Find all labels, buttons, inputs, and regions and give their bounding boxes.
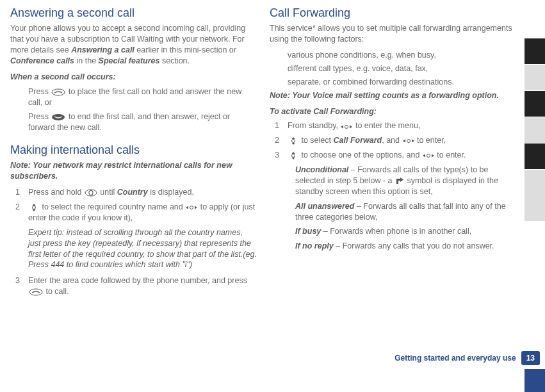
- page-number: 13: [521, 351, 540, 365]
- heading-answering-second-call: Answering a second call: [10, 5, 257, 20]
- page-footer: Getting started and everyday use 13: [395, 351, 540, 365]
- nav-horizontal-icon: [402, 137, 415, 145]
- answering-intro: Your phone allows you to accept a second…: [10, 23, 257, 67]
- svg-point-6: [29, 289, 42, 295]
- thumb-4: [525, 117, 545, 143]
- nav-vertical-icon: [28, 203, 40, 211]
- thumb-6: [525, 170, 545, 221]
- thumb-2: [525, 65, 545, 90]
- call-key-icon: [28, 288, 44, 297]
- subhead-when-second-call: When a second call occurs:: [10, 72, 257, 83]
- heading-international-calls: Making international calls: [10, 142, 257, 158]
- svg-point-0: [52, 89, 65, 95]
- nav-horizontal-icon: [422, 152, 435, 160]
- svg-point-11: [427, 154, 430, 158]
- link-answering-a-call: Answering a call: [71, 45, 134, 54]
- fwd-intro: This service* allows you to set multiple…: [270, 23, 513, 45]
- svg-point-10: [292, 154, 295, 158]
- note-international: Note: Your network may restrict internat…: [10, 160, 257, 182]
- left-column: Answering a second call Your phone allow…: [4, 5, 263, 392]
- thumb-1: [525, 38, 545, 64]
- second-call-option-end: Press to end the first call, and then an…: [28, 111, 257, 133]
- svg-point-3: [89, 191, 93, 195]
- link-conference-calls: Conference calls: [10, 56, 74, 65]
- nav-horizontal-icon: [185, 204, 198, 212]
- svg-point-4: [33, 206, 36, 209]
- svg-point-7: [345, 125, 348, 128]
- country-label: Country: [117, 188, 148, 197]
- nav-vertical-icon: [288, 152, 299, 160]
- link-special-features: Special features: [99, 56, 160, 65]
- nav-vertical-icon: [288, 137, 299, 145]
- call-forward-label: Call Forward: [334, 136, 382, 145]
- call-key-icon: [51, 88, 66, 96]
- footer-accent-block: [525, 369, 545, 392]
- fwd-step-2: 2 to select Call Forward, and to enter,: [270, 135, 513, 146]
- zero-key-icon: [84, 189, 98, 197]
- right-column: Call Forwarding This service* allows you…: [263, 5, 519, 392]
- forward-indicator-icon: [395, 177, 405, 185]
- fwd-opt-unconditional: Unconditional – Forwards all calls of th…: [295, 165, 513, 197]
- subhead-activate-fwd: To activate Call Forwarding:: [270, 106, 513, 117]
- nav-horizontal-icon: [340, 122, 353, 131]
- svg-point-1: [52, 114, 65, 120]
- svg-point-8: [292, 140, 295, 143]
- end-key-icon: [51, 113, 66, 122]
- heading-call-forwarding: Call Forwarding: [270, 5, 513, 20]
- fwd-factor-1: various phone conditions, e.g. when busy…: [270, 50, 513, 61]
- thumb-3: [525, 91, 545, 117]
- second-call-option-hold: Press to place the first call on hold an…: [28, 86, 257, 108]
- footer-section-label: Getting started and everyday use: [395, 353, 516, 363]
- expert-tip: Expert tip: instead of scrolling through…: [10, 227, 257, 271]
- fwd-factor-2: different call types, e.g. voice, data, …: [270, 63, 513, 74]
- fwd-opt-if-no-reply: If no reply – Forwards any calls that yo…: [295, 241, 513, 252]
- fwd-opt-if-busy: If busy – Forwards when phone is in anot…: [295, 226, 513, 237]
- thumb-5: [525, 143, 545, 169]
- fwd-step-3: 3 to choose one of the options, and to e…: [270, 150, 513, 161]
- fwd-step-1: 1 From standby, to enter the menu,: [270, 120, 513, 131]
- intl-step-1: 1 Press and hold until Country is displa…: [10, 187, 257, 198]
- intl-step-3: 3 Enter the area code followed by the ph…: [10, 275, 257, 297]
- fwd-factor-3: separate, or combined forwarding destina…: [270, 77, 513, 88]
- note-voicemail-fwd: Note: Your Voice mail setting counts as …: [270, 90, 513, 101]
- fwd-opt-all-unanswered: All unanswered – Forwards all calls that…: [295, 201, 513, 223]
- intl-step-2: 2 to select the required country name an…: [10, 202, 257, 224]
- svg-point-9: [407, 140, 410, 143]
- svg-point-5: [190, 206, 193, 209]
- side-thumbnail-strip: [525, 0, 545, 392]
